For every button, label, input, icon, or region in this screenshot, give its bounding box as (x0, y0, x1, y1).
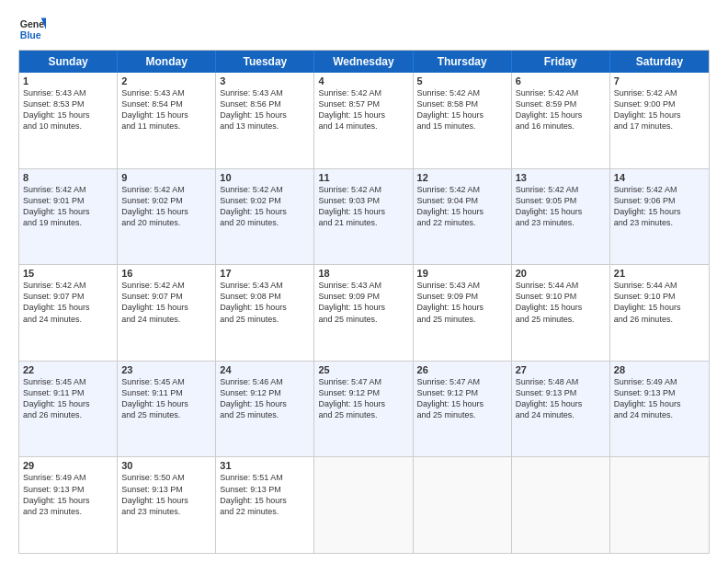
calendar-cell: 27Sunrise: 5:48 AM Sunset: 9:13 PM Dayli… (512, 362, 610, 457)
calendar-header-tuesday: Tuesday (216, 51, 314, 73)
day-info: Sunrise: 5:47 AM Sunset: 9:12 PM Dayligh… (318, 376, 408, 421)
day-info: Sunrise: 5:45 AM Sunset: 9:11 PM Dayligh… (23, 376, 113, 421)
day-info: Sunrise: 5:45 AM Sunset: 9:11 PM Dayligh… (121, 376, 211, 421)
day-info: Sunrise: 5:44 AM Sunset: 9:10 PM Dayligh… (516, 280, 606, 325)
day-info: Sunrise: 5:43 AM Sunset: 9:09 PM Dayligh… (318, 280, 408, 325)
calendar-cell: 30Sunrise: 5:50 AM Sunset: 9:13 PM Dayli… (118, 457, 216, 553)
day-number: 25 (318, 364, 408, 375)
day-info: Sunrise: 5:42 AM Sunset: 9:07 PM Dayligh… (23, 280, 113, 325)
calendar-cell: 25Sunrise: 5:47 AM Sunset: 9:12 PM Dayli… (314, 362, 413, 457)
day-number: 11 (318, 172, 408, 183)
day-info: Sunrise: 5:42 AM Sunset: 9:04 PM Dayligh… (417, 184, 507, 229)
calendar-header-thursday: Thursday (414, 51, 512, 73)
day-number: 6 (516, 75, 606, 86)
day-number: 26 (417, 364, 507, 375)
calendar-week-4: 29Sunrise: 5:49 AM Sunset: 9:13 PM Dayli… (19, 456, 709, 553)
day-info: Sunrise: 5:42 AM Sunset: 8:58 PM Dayligh… (417, 87, 507, 132)
calendar-cell: 4Sunrise: 5:42 AM Sunset: 8:57 PM Daylig… (314, 73, 413, 168)
day-number: 24 (220, 364, 310, 375)
day-number: 10 (220, 172, 310, 183)
day-number: 7 (614, 75, 705, 86)
day-number: 20 (516, 268, 606, 279)
day-info: Sunrise: 5:49 AM Sunset: 9:13 PM Dayligh… (614, 376, 705, 421)
day-info: Sunrise: 5:42 AM Sunset: 8:59 PM Dayligh… (516, 87, 606, 132)
day-info: Sunrise: 5:43 AM Sunset: 9:09 PM Dayligh… (417, 280, 507, 325)
day-info: Sunrise: 5:43 AM Sunset: 8:56 PM Dayligh… (220, 87, 310, 132)
calendar-cell: 26Sunrise: 5:47 AM Sunset: 9:12 PM Dayli… (414, 362, 512, 457)
day-number: 17 (220, 268, 310, 279)
day-number: 16 (121, 268, 211, 279)
day-info: Sunrise: 5:44 AM Sunset: 9:10 PM Dayligh… (614, 280, 705, 325)
day-number: 12 (417, 172, 507, 183)
calendar-week-1: 8Sunrise: 5:42 AM Sunset: 9:01 PM Daylig… (19, 168, 709, 265)
calendar-cell: 21Sunrise: 5:44 AM Sunset: 9:10 PM Dayli… (610, 265, 709, 361)
day-info: Sunrise: 5:42 AM Sunset: 9:02 PM Dayligh… (121, 184, 211, 229)
calendar-cell: 29Sunrise: 5:49 AM Sunset: 9:13 PM Dayli… (19, 457, 118, 553)
day-info: Sunrise: 5:47 AM Sunset: 9:12 PM Dayligh… (417, 376, 507, 421)
day-number: 9 (121, 172, 211, 183)
day-info: Sunrise: 5:42 AM Sunset: 9:07 PM Dayligh… (121, 280, 211, 325)
calendar-cell: 19Sunrise: 5:43 AM Sunset: 9:09 PM Dayli… (414, 265, 512, 361)
page: General Blue SundayMondayTuesdayWednesda… (0, 0, 728, 563)
day-number: 2 (121, 75, 211, 86)
day-number: 8 (23, 172, 113, 183)
day-info: Sunrise: 5:51 AM Sunset: 9:13 PM Dayligh… (220, 472, 310, 517)
day-number: 18 (318, 268, 408, 279)
calendar-cell (414, 457, 512, 553)
calendar-header-monday: Monday (118, 51, 216, 73)
day-number: 13 (516, 172, 606, 183)
day-info: Sunrise: 5:42 AM Sunset: 8:57 PM Dayligh… (318, 87, 408, 132)
calendar-cell: 23Sunrise: 5:45 AM Sunset: 9:11 PM Dayli… (118, 362, 216, 457)
calendar-cell: 5Sunrise: 5:42 AM Sunset: 8:58 PM Daylig… (414, 73, 512, 168)
calendar-header-wednesday: Wednesday (314, 51, 413, 73)
calendar: SundayMondayTuesdayWednesdayThursdayFrid… (18, 50, 710, 554)
day-number: 21 (614, 268, 705, 279)
day-info: Sunrise: 5:43 AM Sunset: 8:53 PM Dayligh… (23, 87, 113, 132)
calendar-cell: 14Sunrise: 5:42 AM Sunset: 9:06 PM Dayli… (610, 169, 709, 265)
calendar-cell: 7Sunrise: 5:42 AM Sunset: 9:00 PM Daylig… (610, 73, 709, 168)
calendar-week-2: 15Sunrise: 5:42 AM Sunset: 9:07 PM Dayli… (19, 264, 709, 361)
calendar-header-sunday: Sunday (19, 51, 118, 73)
calendar-cell: 10Sunrise: 5:42 AM Sunset: 9:02 PM Dayli… (216, 169, 314, 265)
calendar-cell: 11Sunrise: 5:42 AM Sunset: 9:03 PM Dayli… (314, 169, 413, 265)
day-info: Sunrise: 5:48 AM Sunset: 9:13 PM Dayligh… (516, 376, 606, 421)
calendar-cell: 2Sunrise: 5:43 AM Sunset: 8:54 PM Daylig… (118, 73, 216, 168)
day-number: 5 (417, 75, 507, 86)
day-number: 14 (614, 172, 705, 183)
header: General Blue (18, 15, 710, 42)
day-number: 29 (23, 460, 113, 471)
calendar-week-3: 22Sunrise: 5:45 AM Sunset: 9:11 PM Dayli… (19, 361, 709, 457)
calendar-cell: 16Sunrise: 5:42 AM Sunset: 9:07 PM Dayli… (118, 265, 216, 361)
day-number: 22 (23, 364, 113, 375)
calendar-cell: 31Sunrise: 5:51 AM Sunset: 9:13 PM Dayli… (216, 457, 314, 553)
day-info: Sunrise: 5:42 AM Sunset: 9:01 PM Dayligh… (23, 184, 113, 229)
calendar-cell (314, 457, 413, 553)
day-info: Sunrise: 5:50 AM Sunset: 9:13 PM Dayligh… (121, 472, 211, 517)
calendar-week-0: 1Sunrise: 5:43 AM Sunset: 8:53 PM Daylig… (19, 73, 709, 168)
day-number: 1 (23, 75, 113, 86)
calendar-cell: 9Sunrise: 5:42 AM Sunset: 9:02 PM Daylig… (118, 169, 216, 265)
day-info: Sunrise: 5:46 AM Sunset: 9:12 PM Dayligh… (220, 376, 310, 421)
calendar-cell: 20Sunrise: 5:44 AM Sunset: 9:10 PM Dayli… (512, 265, 610, 361)
calendar-cell: 28Sunrise: 5:49 AM Sunset: 9:13 PM Dayli… (610, 362, 709, 457)
day-number: 27 (516, 364, 606, 375)
calendar-header: SundayMondayTuesdayWednesdayThursdayFrid… (19, 51, 709, 73)
calendar-cell (610, 457, 709, 553)
day-number: 15 (23, 268, 113, 279)
calendar-cell: 1Sunrise: 5:43 AM Sunset: 8:53 PM Daylig… (19, 73, 118, 168)
calendar-cell: 13Sunrise: 5:42 AM Sunset: 9:05 PM Dayli… (512, 169, 610, 265)
calendar-header-saturday: Saturday (610, 51, 709, 73)
calendar-header-friday: Friday (512, 51, 610, 73)
day-number: 28 (614, 364, 705, 375)
calendar-cell: 18Sunrise: 5:43 AM Sunset: 9:09 PM Dayli… (314, 265, 413, 361)
day-info: Sunrise: 5:49 AM Sunset: 9:13 PM Dayligh… (23, 472, 113, 517)
logo: General Blue (18, 15, 50, 42)
day-info: Sunrise: 5:43 AM Sunset: 8:54 PM Dayligh… (121, 87, 211, 132)
calendar-cell: 3Sunrise: 5:43 AM Sunset: 8:56 PM Daylig… (216, 73, 314, 168)
calendar-body: 1Sunrise: 5:43 AM Sunset: 8:53 PM Daylig… (19, 73, 709, 553)
calendar-cell: 6Sunrise: 5:42 AM Sunset: 8:59 PM Daylig… (512, 73, 610, 168)
calendar-cell: 24Sunrise: 5:46 AM Sunset: 9:12 PM Dayli… (216, 362, 314, 457)
day-info: Sunrise: 5:42 AM Sunset: 9:06 PM Dayligh… (614, 184, 705, 229)
calendar-cell: 12Sunrise: 5:42 AM Sunset: 9:04 PM Dayli… (414, 169, 512, 265)
day-number: 31 (220, 460, 310, 471)
